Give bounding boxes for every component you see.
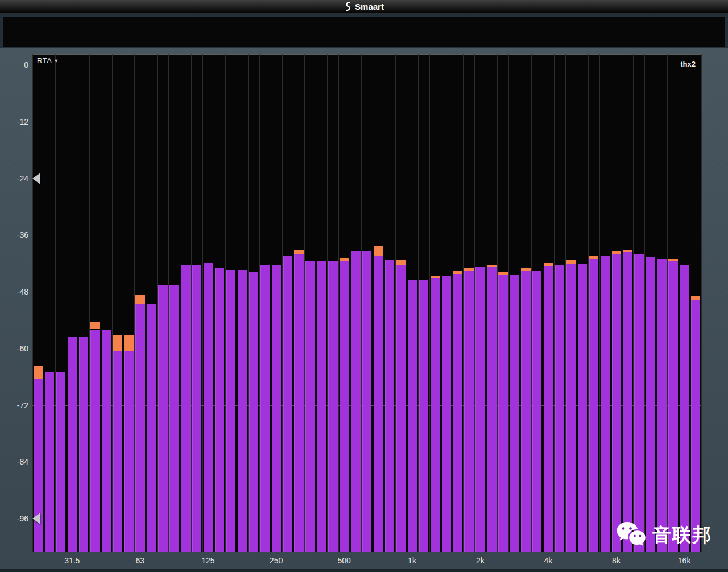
rta-bar-5.6k bbox=[578, 264, 587, 552]
rta-peak-cap-1.8k bbox=[464, 268, 473, 271]
rta-bar-112 bbox=[192, 265, 201, 552]
x-axis-tick-label: 4k bbox=[544, 556, 553, 565]
rta-bar-31.5 bbox=[68, 337, 77, 552]
rta-bar-90 bbox=[169, 285, 179, 552]
x-axis-tick-label: 125 bbox=[201, 556, 214, 565]
x-axis-tick-label: 250 bbox=[270, 556, 283, 565]
rta-plot[interactable]: RTA▼ thx2 bbox=[32, 54, 701, 552]
toolbar-strip bbox=[2, 16, 726, 48]
rta-peak-cap-1.6k bbox=[453, 271, 462, 274]
x-axis-tick-label: 2k bbox=[476, 556, 485, 565]
rta-bar-5k bbox=[566, 264, 576, 552]
rta-bar-4k bbox=[544, 266, 553, 552]
rta-peak-cap-18k bbox=[691, 296, 700, 300]
watermark: 音联邦 bbox=[616, 521, 712, 549]
y-axis-tick-label: -60 bbox=[0, 344, 28, 353]
rta-bar-2.5k bbox=[498, 275, 507, 552]
watermark-text: 音联邦 bbox=[652, 523, 712, 548]
y-axis-tick-label: -12 bbox=[0, 117, 28, 126]
rta-bar-3.15k bbox=[521, 271, 530, 552]
rta-peak-cap-50 bbox=[113, 335, 122, 350]
rta-bar-7.1k bbox=[601, 256, 610, 552]
rta-bar-125 bbox=[204, 263, 213, 552]
chevron-down-icon: ▼ bbox=[53, 58, 59, 64]
rta-peak-cap-8k bbox=[612, 251, 621, 254]
rta-peak-cap-22.4 bbox=[34, 366, 43, 379]
rta-bar-22.4 bbox=[34, 379, 43, 552]
rta-peak-cap-6.3k bbox=[589, 256, 598, 259]
rta-bar-56 bbox=[124, 351, 133, 552]
rta-bar-224 bbox=[260, 265, 270, 552]
rta-bar-16k bbox=[680, 265, 689, 552]
rta-peak-cap-56 bbox=[124, 335, 133, 350]
rta-bar-180 bbox=[238, 270, 247, 552]
rta-bar-800 bbox=[385, 260, 394, 552]
rta-bar-28 bbox=[56, 372, 65, 552]
rta-bar-400 bbox=[317, 261, 326, 552]
rta-peak-cap-710 bbox=[374, 246, 383, 256]
x-axis-tick-label: 1k bbox=[408, 556, 416, 565]
x-axis-tick-label: 31.5 bbox=[64, 556, 80, 565]
rta-bar-1k bbox=[408, 280, 417, 552]
rta-peak-cap-500 bbox=[340, 258, 349, 261]
rta-bar-2.24k bbox=[487, 267, 496, 552]
window-chrome bbox=[0, 13, 728, 48]
rta-bar-2.8k bbox=[510, 275, 519, 552]
rta-peak-cap-63 bbox=[135, 295, 144, 304]
rta-bar-160 bbox=[226, 270, 235, 552]
rta-bar-45 bbox=[102, 330, 111, 552]
rta-bar-12.5k bbox=[657, 259, 666, 552]
rta-bar-560 bbox=[351, 251, 360, 552]
rta-bar-355 bbox=[305, 261, 315, 552]
signal-name-label: thx2 bbox=[680, 60, 696, 68]
rta-peak-cap-3.15k bbox=[521, 268, 530, 271]
wechat-icon bbox=[616, 521, 648, 549]
rta-bar-710 bbox=[374, 256, 383, 552]
rta-bar-280 bbox=[283, 256, 292, 552]
rta-bar-25 bbox=[45, 372, 54, 552]
rta-bar-3.55k bbox=[532, 271, 541, 552]
rta-bar-1.4k bbox=[442, 276, 451, 552]
window-title: Smaart bbox=[355, 2, 384, 11]
rta-bar-630 bbox=[362, 251, 371, 552]
x-axis-tick-label: 8k bbox=[612, 556, 621, 565]
rta-mode-dropdown[interactable]: RTA▼ bbox=[37, 56, 59, 65]
rta-peak-cap-900 bbox=[396, 260, 406, 264]
rta-bar-1.25k bbox=[431, 278, 440, 552]
rta-bar-9k bbox=[623, 252, 632, 552]
rta-bar-200 bbox=[249, 272, 258, 552]
rta-bar-18k bbox=[691, 300, 700, 552]
rta-peak-cap-2.24k bbox=[487, 265, 496, 267]
rta-bar-1.12k bbox=[419, 280, 428, 552]
rta-bar-63 bbox=[135, 304, 144, 552]
rta-bar-14k bbox=[668, 261, 677, 552]
y-axis-tick-label: -96 bbox=[0, 514, 28, 523]
rta-bar-35.5 bbox=[79, 337, 88, 552]
smaart-logo-icon bbox=[344, 2, 351, 11]
rta-bar-450 bbox=[328, 261, 337, 552]
level-slider-handle[interactable] bbox=[32, 173, 40, 184]
y-axis-tick-label: -72 bbox=[0, 401, 28, 410]
titlebar: Smaart bbox=[0, 0, 728, 13]
rta-bar-1.6k bbox=[453, 274, 462, 552]
y-axis-tick-label: -36 bbox=[0, 230, 28, 239]
level-slider-handle[interactable] bbox=[32, 513, 40, 524]
rta-bar-40 bbox=[90, 330, 100, 552]
y-axis-tick-label: 0 bbox=[0, 60, 28, 69]
rta-peak-cap-4k bbox=[544, 263, 553, 266]
y-axis-tick-label: -48 bbox=[0, 287, 28, 296]
smaart-window: Smaart RTA▼ thx2 0-12-24-36-48-60-72-84-… bbox=[0, 0, 728, 572]
rta-bar-500 bbox=[340, 261, 349, 552]
rta-bar-1.8k bbox=[464, 271, 473, 552]
rta-bar-4.5k bbox=[555, 265, 564, 552]
rta-peak-cap-5k bbox=[566, 260, 576, 264]
rta-bar-250 bbox=[272, 265, 281, 552]
rta-peak-cap-9k bbox=[623, 250, 632, 252]
y-axis-tick-label: -24 bbox=[0, 174, 28, 183]
rta-bar-900 bbox=[396, 265, 406, 552]
rta-bar-100 bbox=[181, 265, 190, 552]
bars-layer bbox=[32, 54, 701, 552]
grid-line-vertical bbox=[701, 54, 702, 552]
rta-peak-cap-14k bbox=[668, 259, 677, 261]
rta-bar-6.3k bbox=[589, 259, 598, 552]
